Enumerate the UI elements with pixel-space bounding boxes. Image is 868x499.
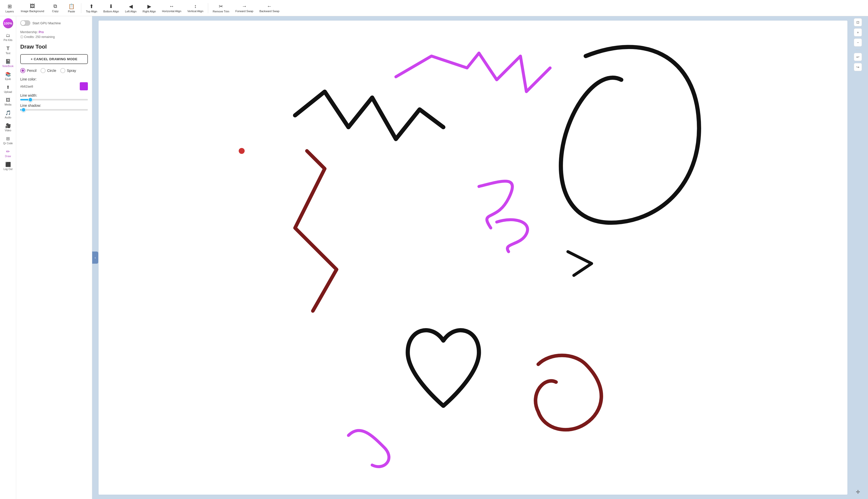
collapse-icon: ‹ [95,256,96,260]
draw-options: Pencil Circle Spray [20,68,88,73]
credits-icon: ⓘ [20,35,23,39]
svg-point-0 [239,148,245,154]
line-controls: Line color: #b62ae8 Line width: Line sha… [20,77,88,111]
zoom-fit-button[interactable]: ⊡ [854,18,862,26]
image-background-button[interactable]: 🖼 Image Background [18,2,47,14]
circle-label: Circle [47,69,56,73]
sidebar-item-audio[interactable]: 🎵 Audio [1,109,15,120]
upload-icon: ⬆ [6,85,10,90]
spray-radio[interactable] [60,68,65,73]
sidebar-item-draw[interactable]: ✏ Draw [1,147,15,159]
undo-button[interactable]: ↩ [854,53,862,61]
sidebar-item-upload[interactable]: ⬆ Upload [1,83,15,95]
backward-swap-button[interactable]: ← Backward Swap [257,2,282,14]
qr-icon: ⊞ [6,136,10,142]
line-width-thumb[interactable] [28,97,33,102]
remove-trim-icon: ✂ [219,3,223,9]
video-icon: 🎥 [5,123,11,129]
remove-trim-label: Remove Trim [213,10,229,13]
epub-label: Epub [5,78,11,81]
toggle-knob [21,21,25,25]
paste-button[interactable]: 📋 Paste [64,2,79,14]
zoom-in-button[interactable]: + [854,28,862,36]
top-align-label: Top Align [86,10,97,13]
forward-swap-icon: → [242,3,247,9]
logout-label: Log Out [3,168,13,171]
line-shadow-track[interactable] [20,109,88,111]
credits-row: ⓘ Credits: 250 remaining [20,35,88,39]
zoom-out-button[interactable]: − [854,38,862,47]
sidebar-item-video[interactable]: 🎥 Video [1,121,15,133]
top-align-icon: ⬆ [90,3,94,9]
notebook-label: NoteBook [2,65,14,68]
sidebar-item-log-out[interactable]: ⬛ Log Out [1,160,15,172]
membership-info: Membership: Pro ⓘ Credits: 250 remaining [20,30,88,39]
copy-button[interactable]: ⧉ Copy [48,2,63,14]
membership-row: Membership: Pro [20,30,88,35]
line-shadow-thumb[interactable] [21,108,26,112]
pencil-radio[interactable] [20,68,25,73]
text-icon: T [6,46,9,51]
color-swatch[interactable] [80,82,88,90]
divider-2 [208,3,208,13]
top-align-button[interactable]: ⬆ Top Align [83,2,100,14]
circle-option[interactable]: Circle [40,68,56,73]
spray-option[interactable]: Spray [60,68,76,73]
sidebar-item-text[interactable]: T Text [1,44,15,56]
audio-icon: 🎵 [5,110,11,115]
copy-icon: ⧉ [53,3,57,9]
sidebar-item-epub[interactable]: 📚 Epub [1,70,15,82]
paste-label: Paste [68,10,75,13]
sidebar-item-qr-code[interactable]: ⊞ Qr Code [1,134,15,146]
circle-radio[interactable] [40,68,46,73]
drawing-canvas[interactable] [98,21,847,495]
redo-button[interactable]: ↪ [854,63,862,71]
h-align-icon: ↔ [169,3,174,9]
cancel-btn-label: + CANCEL DRAWING MODE [31,57,78,61]
vertical-align-button[interactable]: ↕ Vertical Align [185,2,206,14]
line-width-track[interactable] [20,99,88,100]
gpu-toggle[interactable] [20,20,31,26]
bottom-align-button[interactable]: ⬇ Bottom Align [101,2,121,14]
horizontal-align-button[interactable]: ↔ Horizontal Align [159,2,184,14]
video-label: Video [5,129,11,132]
canvas-inner[interactable] [98,20,848,495]
right-align-label: Right Align [143,10,156,13]
media-label: Media [4,103,11,106]
right-align-button[interactable]: ▶ Right Align [140,2,158,14]
line-color-section: Line color: #b62ae8 [20,77,88,90]
remove-trim-button[interactable]: ✂ Remove Trim [210,2,232,14]
layers-button[interactable]: ⊞ Layers [2,2,17,14]
left-align-label: Left Align [125,10,136,13]
left-align-icon: ◀ [129,3,133,9]
canvas-collapse-button[interactable]: ‹ [92,252,98,264]
color-row: #b62ae8 [20,82,88,90]
pencil-option[interactable]: Pencil [20,68,36,73]
sidebar-item-pre-kits[interactable]: 🗂 Pre Kits [1,32,15,43]
draw-label: Draw [5,155,11,158]
cancel-drawing-button[interactable]: + CANCEL DRAWING MODE [20,54,88,64]
forward-swap-label: Forward Swap [235,10,253,13]
gpu-label: Start GPU Machine [33,21,61,25]
logout-icon: ⬛ [5,162,11,167]
bottom-align-icon: ⬇ [109,3,113,9]
text-label: Text [5,52,10,54]
divider-1 [81,3,81,13]
backward-swap-icon: ← [267,3,272,9]
left-nav: 100% 🗂 Pre Kits T Text 📓 NoteBook 📚 Epub… [0,16,16,499]
qr-label: Qr Code [3,142,13,145]
forward-swap-button[interactable]: → Forward Swap [233,2,256,14]
membership-tier: Pro [39,31,44,34]
move-cursor-icon: ✛ [856,489,860,495]
panel-title: Draw Tool [20,44,88,50]
layers-label: Layers [5,10,14,13]
sidebar-item-media[interactable]: 🖼 Media [1,96,15,108]
draw-icon: ✏ [6,149,10,154]
main-layout: 100% 🗂 Pre Kits T Text 📓 NoteBook 📚 Epub… [0,16,868,499]
left-panel: Start GPU Machine Membership: Pro ⓘ Cred… [16,16,92,499]
sidebar-item-notebook[interactable]: 📓 NoteBook [1,57,15,69]
left-align-button[interactable]: ◀ Left Align [122,2,139,14]
pre-kits-label: Pre Kits [3,39,12,41]
line-color-label: Line color: [20,77,88,81]
paste-icon: 📋 [68,3,75,9]
